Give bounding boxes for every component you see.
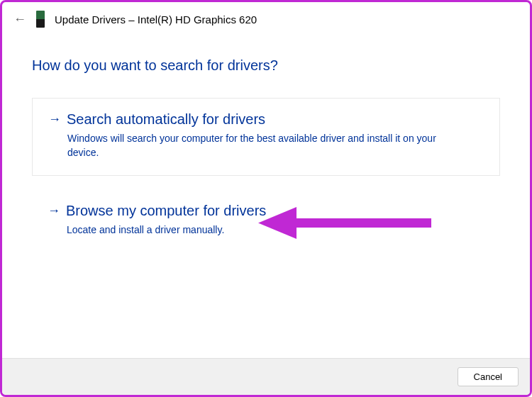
option-search-automatically[interactable]: → Search automatically for drivers Windo… (32, 98, 500, 176)
option-title-row: → Search automatically for drivers (48, 111, 484, 128)
option-browse-computer[interactable]: → Browse my computer for drivers Locate … (32, 196, 500, 253)
arrow-right-icon: → (48, 112, 61, 127)
option-title: Browse my computer for drivers (66, 203, 266, 219)
cancel-button[interactable]: Cancel (458, 367, 519, 386)
main-heading: How do you want to search for drivers? (32, 57, 500, 74)
dialog-title: Update Drivers – Intel(R) HD Graphics 62… (55, 13, 257, 26)
option-description: Windows will search your computer for th… (67, 132, 450, 160)
back-arrow-icon[interactable]: ← (13, 12, 26, 27)
option-title: Search automatically for drivers (67, 111, 265, 128)
dialog-header: ← Update Drivers – Intel(R) HD Graphics … (2, 2, 530, 36)
option-title-row: → Browse my computer for drivers (48, 203, 484, 219)
dialog-footer: Cancel (2, 358, 530, 395)
option-description: Locate and install a driver manually. (67, 223, 450, 237)
device-icon (36, 11, 45, 28)
dialog-content: How do you want to search for drivers? →… (2, 36, 530, 253)
arrow-right-icon: → (48, 203, 60, 218)
